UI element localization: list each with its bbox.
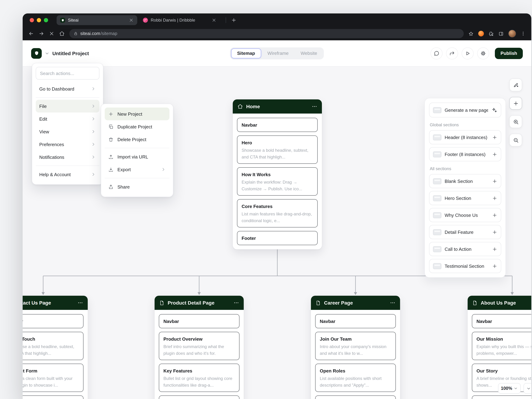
submenu-item-export[interactable]: Export: [105, 163, 169, 176]
add-section-button[interactable]: [492, 178, 497, 184]
add-page-button[interactable]: [509, 97, 522, 110]
generate-page-row[interactable]: Generate a new page: [429, 103, 501, 117]
sidebar-toggle-icon[interactable]: [498, 31, 504, 36]
section-box[interactable]: Navbar: [159, 314, 240, 328]
add-section-button[interactable]: [492, 212, 497, 218]
section-box[interactable]: Our Mission Explain why you built this —…: [472, 332, 531, 360]
section-box[interactable]: Contact Form Embed a clean form built wi…: [23, 364, 83, 392]
minimize-window-button[interactable]: [37, 18, 41, 22]
submenu-item-new-project[interactable]: New Project: [105, 108, 169, 120]
add-section-button[interactable]: [492, 152, 497, 157]
section-row-footer[interactable]: Footer (8 instances): [429, 147, 501, 161]
menu-item-help-account[interactable]: Help & Account: [36, 168, 99, 181]
section-box[interactable]: Get In Touch Showcase a bold headline, s…: [23, 332, 83, 360]
section-row-testimonial[interactable]: Testimonial Section: [429, 259, 501, 273]
add-section-button[interactable]: [492, 229, 497, 235]
add-section-button[interactable]: [492, 246, 497, 252]
collapse-button[interactable]: [524, 383, 531, 394]
submenu-item-import-via-url[interactable]: Import via URL: [105, 150, 169, 163]
page-options-button[interactable]: [390, 300, 395, 306]
back-button[interactable]: [28, 31, 34, 36]
submenu-item-duplicate-project[interactable]: Duplicate Project: [105, 120, 169, 133]
section-box[interactable]: Navbar: [315, 314, 396, 328]
section-row-hero[interactable]: Hero Section: [429, 191, 501, 205]
comments-button[interactable]: [431, 47, 443, 59]
section-box[interactable]: Navbar: [23, 314, 83, 328]
section-row-why-choose-us[interactable]: Why Choose Us: [429, 208, 501, 222]
address-bar[interactable]: siteai.com/sitemap: [69, 29, 464, 38]
tab-close-icon[interactable]: [212, 18, 216, 23]
sparkles-icon[interactable]: [491, 107, 497, 113]
home-button[interactable]: [59, 31, 65, 36]
page-card-header[interactable]: About Us Page: [468, 296, 531, 310]
add-section-button[interactable]: [492, 196, 497, 201]
forward-button[interactable]: [38, 31, 44, 36]
page-card-header[interactable]: Home: [233, 99, 322, 114]
menu-item-go-to-dashboard[interactable]: Go to Dashboard: [36, 82, 99, 95]
page-card-career[interactable]: Career Page Navbar Join Our Team Intro a…: [311, 296, 400, 399]
preview-play-button[interactable]: [462, 47, 474, 59]
section-box[interactable]: Key Features Bullet list or grid layout …: [159, 364, 240, 392]
submenu-item-delete-project[interactable]: Delete Project: [105, 133, 169, 146]
zoom-out-button[interactable]: [509, 134, 522, 146]
page-card-contact-us[interactable]: Contact Us Page Navbar Get In Touch Show…: [23, 296, 88, 399]
section-box-partial[interactable]: [23, 395, 83, 399]
share-button[interactable]: [446, 47, 458, 59]
menu-item-notifications[interactable]: Notifications: [36, 151, 99, 163]
add-section-button[interactable]: [492, 263, 497, 269]
ai-edit-button[interactable]: [509, 79, 522, 91]
menu-item-view[interactable]: View: [36, 125, 99, 138]
browser-tab-siteai[interactable]: Siteai: [57, 15, 137, 25]
profile-avatar[interactable]: [508, 30, 516, 38]
page-card-header[interactable]: Career Page: [311, 296, 400, 310]
submenu-item-share[interactable]: Share: [105, 180, 169, 193]
close-window-button[interactable]: [30, 18, 34, 22]
page-options-button[interactable]: [312, 104, 317, 109]
maximize-window-button[interactable]: [44, 18, 48, 22]
tab-close-icon[interactable]: [129, 18, 134, 23]
page-options-button[interactable]: [77, 300, 83, 306]
section-box[interactable]: Open Roles List available positions with…: [315, 364, 396, 392]
section-box-partial[interactable]: [315, 395, 396, 399]
tab-wireframe[interactable]: Wireframe: [262, 48, 294, 58]
tab-website[interactable]: Website: [295, 48, 323, 58]
section-box[interactable]: Join Our Team Intro about your company's…: [315, 332, 396, 360]
section-box[interactable]: Core Features List main features like dr…: [237, 199, 318, 228]
section-box[interactable]: Footer: [237, 231, 318, 245]
page-card-product-detail[interactable]: Product Detail Page Navbar Product Overv…: [155, 296, 244, 399]
settings-gear-button[interactable]: [477, 47, 489, 59]
section-box-partial[interactable]: [472, 395, 531, 399]
section-box[interactable]: Navbar: [472, 314, 531, 328]
menu-item-preferences[interactable]: Preferences: [36, 138, 99, 151]
section-row-detail-feature[interactable]: Detail Feature: [429, 225, 501, 239]
section-box[interactable]: Product Overview Brief intro summarizing…: [159, 332, 240, 360]
zoom-in-button[interactable]: [509, 115, 522, 128]
extensions-puzzle-icon[interactable]: [488, 31, 494, 36]
section-row-call-to-action[interactable]: Call to Action: [429, 242, 501, 256]
stop-button[interactable]: [49, 31, 54, 36]
section-row-header[interactable]: Header (8 instances): [429, 130, 501, 144]
tab-sitemap[interactable]: Sitemap: [231, 48, 261, 58]
publish-button[interactable]: Publish: [495, 48, 523, 59]
browser-tab-dribbble[interactable]: Robbi Darwis | Dribbble: [139, 15, 220, 25]
page-card-home[interactable]: Home Navbar Hero Showcase a bold headlin…: [233, 99, 322, 249]
bookmark-star-icon[interactable]: [468, 31, 474, 36]
new-tab-button[interactable]: [230, 16, 238, 24]
menu-item-file[interactable]: File: [36, 100, 99, 113]
page-card-header[interactable]: Contact Us Page: [23, 296, 88, 310]
browser-menu-kebab-icon[interactable]: [521, 31, 526, 36]
project-menu-button[interactable]: [31, 48, 50, 58]
page-options-button[interactable]: [234, 300, 239, 306]
section-row-blank[interactable]: Blank Section: [429, 174, 501, 188]
section-box-partial[interactable]: [159, 395, 240, 399]
menu-item-edit[interactable]: Edit: [36, 113, 99, 125]
page-card-header[interactable]: Product Detail Page: [155, 296, 244, 310]
section-box[interactable]: Navbar: [237, 118, 318, 132]
section-box[interactable]: Hero Showcase a bold headline, subtext, …: [237, 135, 318, 164]
generate-page-label: Generate a new page: [445, 107, 488, 113]
search-input[interactable]: [36, 67, 99, 80]
add-section-button[interactable]: [492, 135, 497, 140]
section-box[interactable]: How It Works Explain the workflow: Drag …: [237, 167, 318, 196]
extension-icon-orange[interactable]: [478, 31, 484, 36]
zoom-level-control[interactable]: 100%: [498, 383, 521, 394]
